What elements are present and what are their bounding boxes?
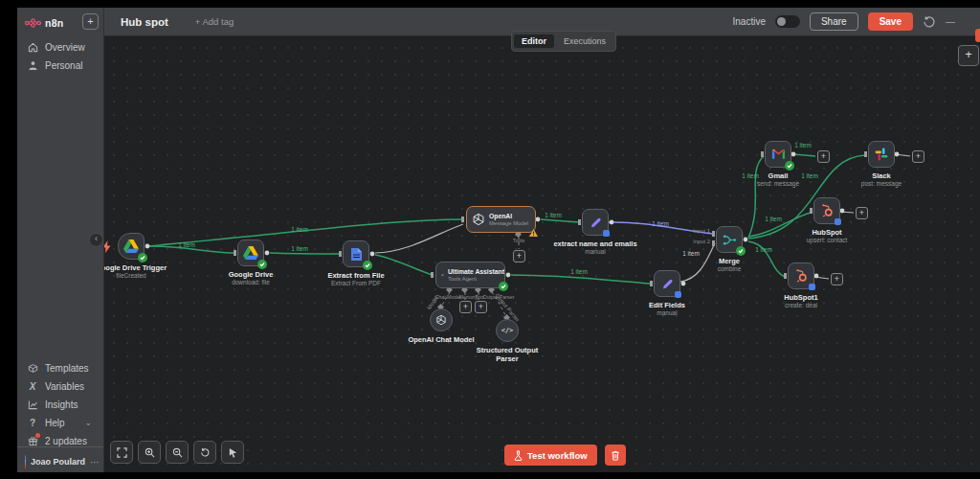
success-check-icon [499, 282, 508, 291]
toggle-knob [777, 17, 786, 26]
user-more-icon[interactable]: ⋯ [90, 457, 100, 468]
success-check-icon [785, 161, 794, 171]
add-memory-button[interactable]: + [459, 301, 472, 313]
reset-zoom-button[interactable] [193, 441, 216, 464]
node-slack[interactable]: Slackpost: message [868, 141, 895, 168]
panel-collapse-button[interactable]: ‹ [89, 233, 103, 247]
trash-icon [611, 450, 620, 461]
n8n-app-window: n8n + Overview Personal Templates X Vari… [17, 8, 980, 472]
conn-editfields-merge [680, 243, 715, 282]
overflow-dash-icon: — [946, 16, 955, 27]
merge-input2-label: Input 2 [693, 239, 710, 244]
conn-merge-gmail [748, 156, 764, 238]
sidebar-item-help[interactable]: ? Help ⌄ [27, 417, 100, 428]
success-check-icon [257, 260, 267, 269]
sidebar-item-insights[interactable]: Insights [27, 399, 78, 410]
sidebar-item-label: Overview [45, 42, 85, 53]
clipped-red-button[interactable] [975, 29, 980, 42]
test-workflow-label: Test workflow [527, 450, 588, 461]
sidebar-item-personal[interactable]: Personal [27, 59, 82, 71]
connections-layer [103, 35, 980, 472]
new-workflow-button[interactable]: + [82, 13, 99, 30]
screenshot-root: n8n + Overview Personal Templates X Vari… [0, 0, 980, 479]
conn-extract-agent [375, 255, 433, 275]
tools-port-label: Tools [513, 238, 524, 243]
add-tool-button[interactable]: + [475, 301, 487, 313]
hubspot-icon [820, 204, 834, 217]
merge-input1-label: Input 1 [693, 228, 710, 234]
fit-view-button[interactable] [110, 441, 133, 464]
conn-merge-slack [748, 155, 865, 239]
node-openai-chat-model[interactable]: OpenAI Chat Model [430, 308, 453, 331]
node-hubspot[interactable]: HubSpotupsert: contact [813, 197, 840, 224]
node-ultimate-assistant[interactable]: Ultimate Assistant Tools Agent [435, 262, 505, 288]
gift-icon [27, 435, 38, 446]
node-google-drive[interactable]: Google Drivedownload: file [237, 240, 264, 266]
save-button[interactable]: Save [868, 12, 913, 31]
google-drive-icon [123, 240, 139, 253]
pinned-data-badge [809, 284, 815, 290]
node-gmail[interactable]: Gmailsend: message [765, 141, 791, 168]
chevron-down-icon: ⌄ [84, 418, 92, 427]
brand-name: n8n [45, 17, 64, 29]
tab-executions[interactable]: Executions [556, 34, 613, 48]
success-check-icon [138, 253, 147, 262]
warning-icon [529, 229, 538, 239]
sidebar-item-label: Help [45, 418, 65, 428]
node-extract-from-file[interactable]: Extract from FileExtract From PDF [343, 240, 369, 267]
sidebar-item-variables[interactable]: X Variables [27, 380, 84, 392]
user-name: Joao Poulard [31, 457, 85, 467]
tab-editor[interactable]: Editor [514, 34, 554, 48]
add-tag-button[interactable]: + Add tag [195, 16, 234, 27]
home-icon [27, 41, 38, 53]
google-drive-icon [243, 246, 258, 260]
delete-button[interactable] [605, 445, 626, 466]
select-mode-button[interactable] [221, 441, 244, 464]
node-google-drive-trigger[interactable]: Google Drive TriggerfileCreated [118, 233, 145, 260]
conn-trigger-gdrive [148, 246, 235, 253]
conn-merge-hubspot1 [748, 241, 785, 277]
add-node-button[interactable]: + [958, 45, 979, 66]
zoom-out-button[interactable] [166, 441, 189, 464]
node-openai[interactable]: OpenAI Message Model [466, 206, 536, 233]
add-tool-button[interactable]: + [513, 250, 525, 262]
share-button[interactable]: Share [810, 12, 858, 31]
robot-icon [441, 269, 444, 281]
history-icon[interactable] [923, 15, 936, 29]
openai-icon [472, 213, 485, 226]
conn-trigger-openai [148, 219, 463, 246]
insights-icon [27, 399, 38, 410]
node-structured-output-parser[interactable]: </> Structured Output Parser [496, 319, 519, 342]
add-node-after-hubspot1[interactable]: + [831, 273, 843, 285]
sidebar-item-templates[interactable]: Templates [27, 362, 89, 374]
node-extract-name-and-emails[interactable]: extract name and emailsmanual [582, 209, 609, 236]
node-hubspot1[interactable]: HubSpot1create: deal [788, 262, 814, 289]
add-node-after-hubspot[interactable]: + [856, 207, 868, 219]
sidebar-item-label: Personal [45, 60, 82, 71]
sidebar-item-updates[interactable]: 2 updates [27, 435, 87, 446]
add-node-after-gmail[interactable]: + [817, 150, 830, 163]
notification-dot [35, 433, 40, 438]
test-workflow-button[interactable]: Test workflow [504, 445, 597, 466]
active-toggle[interactable] [775, 15, 800, 28]
code-icon: </> [501, 327, 514, 334]
zoom-in-button[interactable] [138, 441, 161, 464]
node-merge[interactable]: Mergecombine [716, 226, 743, 253]
workflow-canvas[interactable]: 1 item 1 item 1 item 1 item 1 item 1 ite… [103, 35, 980, 472]
editor-executions-tabs: Editor Executions [511, 31, 616, 52]
active-state-label: Inactive [732, 16, 765, 27]
conn-extract-openai [375, 224, 463, 253]
workflow-title[interactable]: Hub spot [121, 16, 168, 28]
flask-icon [514, 450, 523, 461]
sidebar-item-label: Insights [45, 399, 78, 410]
sidebar-item-overview[interactable]: Overview [27, 41, 85, 53]
gmail-icon [771, 148, 786, 160]
canvas-controls [110, 441, 244, 464]
node-edit-fields[interactable]: Edit Fieldsmanual [654, 270, 680, 297]
sidebar-item-label: 2 updates [45, 436, 87, 446]
pinned-data-badge [603, 230, 610, 237]
add-node-after-slack[interactable]: + [912, 150, 924, 163]
user-menu[interactable]: Joao Poulard ⋯ [25, 453, 100, 470]
pinned-data-badge [835, 218, 841, 225]
help-icon: ? [27, 417, 38, 428]
